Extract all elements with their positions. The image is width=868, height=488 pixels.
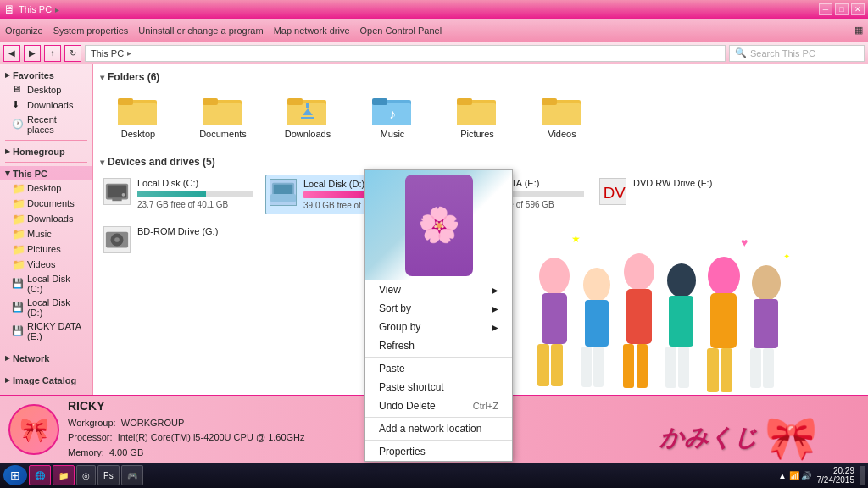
clock-date: 7/24/2015 (817, 475, 855, 485)
ctx-add-network[interactable]: Add a network location (365, 419, 512, 438)
address-path[interactable]: This PC ▸ (85, 45, 726, 62)
toolbar: Organize System properties Uninstall or … (0, 19, 868, 42)
control-panel-button[interactable]: Open Control Panel (360, 25, 442, 36)
drive-c[interactable]: Local Disk (C:) 23.7 GB free of 40.1 GB (100, 175, 257, 214)
taskbar-app5[interactable]: 🎮 (121, 465, 143, 485)
taskbar-ps[interactable]: Ps (97, 465, 120, 485)
folder-downloads-icon (287, 93, 328, 127)
ctx-view[interactable]: View ▶ (365, 280, 512, 299)
folder-pictures[interactable]: Pictures (439, 90, 515, 142)
taskbar-chrome[interactable]: ◎ (76, 465, 96, 485)
folder-icon-dl: 📁 (12, 213, 24, 225)
game-logo: かみくじ (659, 422, 758, 454)
ctx-sortby[interactable]: Sort by ▶ (365, 299, 512, 318)
folder-documents[interactable]: Documents (185, 90, 261, 142)
search-box[interactable]: 🔍 Search This PC (729, 45, 865, 62)
svg-rect-18 (457, 98, 472, 105)
show-desktop-button[interactable] (860, 466, 865, 485)
sidebar-item-downloads2[interactable]: 📁 Downloads (0, 211, 92, 226)
svg-rect-1 (118, 103, 157, 125)
up-button[interactable]: ↑ (44, 45, 61, 62)
svg-text:♪: ♪ (389, 107, 396, 121)
context-menu: 🌸 View ▶ Sort by ▶ Group by ▶ Refresh Pa… (364, 169, 513, 462)
back-button[interactable]: ◀ (3, 45, 20, 62)
maximize-button[interactable]: □ (835, 3, 849, 15)
minimize-button[interactable]: ─ (819, 3, 832, 15)
organize-button[interactable]: Organize (5, 25, 43, 36)
sidebar-item-videos[interactable]: 📁 Videos (0, 257, 92, 272)
sidebar-item-desktop[interactable]: 🖥 Desktop (0, 82, 92, 97)
forward-button[interactable]: ▶ (24, 45, 41, 62)
breadcrumb-sep: ▸ (55, 5, 59, 14)
folder-videos[interactable]: Videos (524, 90, 600, 142)
sidebar-homegroup-header[interactable]: ▸ Homegroup (0, 144, 92, 158)
start-button[interactable]: ⊞ (3, 465, 27, 485)
sidebar-item-edrive[interactable]: 💾 RICKY DATA (E:) (0, 319, 92, 343)
drive-g-label: BD-ROM Drive (G:) (137, 226, 253, 236)
sidebar-item-thispc-desktop[interactable]: 📁 Desktop (0, 180, 92, 196)
folder-pictures-icon (457, 93, 498, 127)
sidebar-item-pictures[interactable]: 📁 Pictures (0, 241, 92, 257)
drive-icon-c: 💾 (12, 278, 24, 290)
uninstall-button[interactable]: Uninstall or change a program (138, 25, 263, 36)
folders-section-header[interactable]: ▾ Folders (6) (100, 71, 861, 83)
folder-desktop-label: Desktop (121, 129, 155, 139)
favorites-arrow: ▸ (5, 69, 10, 80)
ctx-groupby[interactable]: Group by ▶ (365, 318, 512, 336)
workgroup-value: WORKGROUP (121, 418, 185, 428)
sidebar-item-documents[interactable]: 📁 Documents (0, 196, 92, 211)
sidebar-item-music[interactable]: 📁 Music (0, 226, 92, 241)
folder-downloads[interactable]: Downloads (270, 90, 346, 142)
taskbar-ie[interactable]: 🌐 (29, 465, 51, 485)
drives-arrow: ▾ (100, 158, 104, 167)
ctx-paste-shortcut[interactable]: Paste shortcut (365, 378, 512, 396)
window-title: This PC (19, 4, 52, 14)
folder-music[interactable]: ♪ Music (354, 90, 431, 142)
drive-f[interactable]: DVD DVD RW Drive (F:) (596, 175, 753, 214)
drives-section-label: Devices and drives (5) (108, 156, 215, 168)
view-toggle-button[interactable]: ▦ (854, 25, 863, 36)
map-drive-button[interactable]: Map network drive (274, 25, 350, 36)
context-menu-image: 🌸 (365, 170, 512, 280)
drive-icon-e: 💾 (12, 325, 24, 337)
svg-rect-17 (457, 103, 496, 125)
ctx-sortby-label: Sort by (379, 302, 411, 314)
drive-f-icon: DVD (599, 178, 626, 205)
sidebar-item-cdrive[interactable]: 💾 Local Disk (C:) (0, 272, 92, 296)
taskbar-explorer[interactable]: 📁 (53, 465, 75, 485)
ctx-paste[interactable]: Paste (365, 359, 512, 378)
ctx-groupby-label: Group by (379, 321, 420, 333)
sidebar-recent-label: Recent places (27, 114, 86, 135)
ctx-refresh[interactable]: Refresh (365, 336, 512, 355)
sidebar-thispc-header[interactable]: ▾ This PC (0, 166, 92, 180)
sidebar-item-recent[interactable]: 🕐 Recent places (0, 113, 92, 136)
folder-music-icon: ♪ (372, 93, 413, 127)
ctx-undo-delete[interactable]: Undo Delete Ctrl+Z (365, 396, 512, 415)
ctx-properties[interactable]: Properties (365, 442, 512, 461)
folder-downloads-label: Downloads (285, 129, 331, 139)
systray-icons: ▲ 📶 🔊 (778, 471, 811, 480)
close-button[interactable]: ✕ (851, 3, 865, 15)
sidebar-network-header[interactable]: ▸ Network (0, 351, 92, 365)
refresh-button[interactable]: ↻ (64, 45, 81, 62)
sidebar-item-ddrive[interactable]: 💾 Local Disk (D:) (0, 296, 92, 319)
ctx-sortby-arrow: ▶ (492, 304, 498, 313)
homegroup-arrow: ▸ (5, 146, 10, 157)
folder-documents-label: Documents (199, 129, 247, 139)
folder-desktop[interactable]: Desktop (100, 90, 176, 142)
folder-desktop-icon (118, 93, 159, 127)
drive-g[interactable]: BD-ROM Drive (G:) (100, 223, 257, 257)
processor-label: Processor: (68, 432, 113, 442)
system-properties-button[interactable]: System properties (53, 25, 129, 36)
ctx-sep3 (365, 440, 512, 441)
sidebar-desktop-label: Desktop (27, 85, 61, 95)
sidebar-favorites-header[interactable]: ▸ Favorites (0, 68, 92, 82)
ctx-paste-label: Paste (379, 363, 405, 374)
ie-icon: 🌐 (35, 471, 45, 480)
toolbar-right: ▦ (854, 25, 863, 36)
svg-rect-2 (118, 98, 133, 105)
drives-section-header[interactable]: ▾ Devices and drives (5) (100, 156, 861, 168)
sidebar-imgcat-header[interactable]: ▸ Image Catalog (0, 373, 92, 387)
titlebar-controls: ─ □ ✕ (819, 3, 865, 15)
sidebar-item-downloads[interactable]: ⬇ Downloads (0, 97, 92, 113)
